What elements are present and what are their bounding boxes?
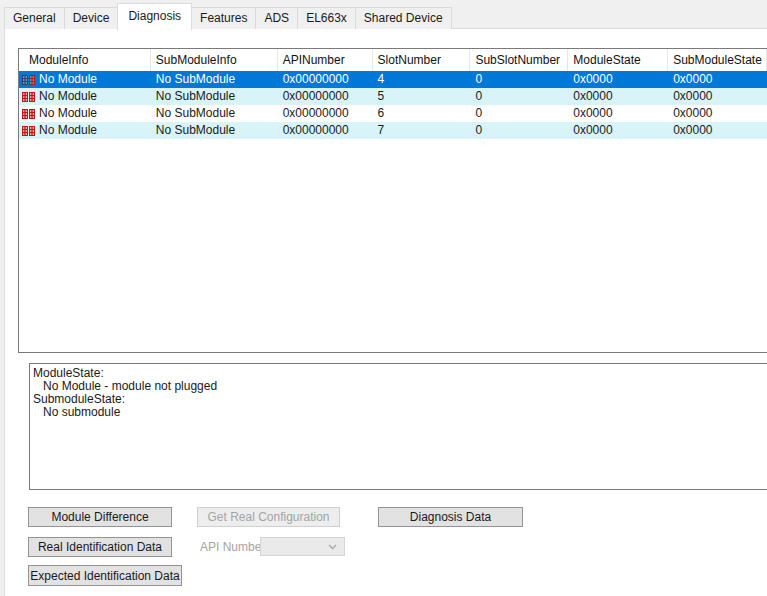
cell-slot-number: 7	[373, 122, 471, 139]
tab-shared-device[interactable]: Shared Device	[355, 7, 452, 29]
api-number-combobox	[260, 537, 345, 556]
chevron-down-icon	[328, 544, 337, 550]
state-line-submodule-state: SubmoduleState:	[33, 393, 767, 406]
cell-subslot-number: 0	[470, 122, 568, 139]
column-header-subslotnumber[interactable]: SubSlotNumber	[470, 49, 568, 71]
table-row-slot-6[interactable]: No Module No SubModule 0x00000000 6 0 0x…	[19, 105, 767, 122]
column-header-modulestate[interactable]: ModuleState	[568, 49, 668, 71]
cell-slot-number: 6	[373, 105, 471, 122]
cell-slot-number: 5	[373, 88, 471, 105]
cell-subslot-number: 0	[470, 105, 568, 122]
state-line-module-detail: No Module - module not plugged	[33, 380, 767, 393]
expected-identification-data-button[interactable]: Expected Identification Data	[28, 565, 182, 586]
cell-module-state: 0x0000	[568, 71, 668, 88]
column-header-submodulestate[interactable]: SubModuleState	[668, 49, 767, 71]
cell-module-info: No Module	[39, 105, 97, 122]
module-grid-icon	[22, 75, 35, 85]
cell-api-number: 0x00000000	[278, 122, 373, 139]
tab-features[interactable]: Features	[191, 7, 256, 29]
module-state-panel: ModuleState: No Module - module not plug…	[29, 363, 767, 490]
cell-api-number: 0x00000000	[278, 71, 373, 88]
cell-submodule-state: 0x0000	[668, 88, 767, 105]
table-header-row: ModuleInfo SubModuleInfo APINumber SlotN…	[19, 49, 767, 71]
cell-submodule-state: 0x0000	[668, 105, 767, 122]
column-header-apinumber[interactable]: APINumber	[278, 49, 373, 71]
cell-module-state: 0x0000	[568, 122, 668, 139]
module-grid-icon	[22, 109, 35, 119]
module-difference-button[interactable]: Module Difference	[28, 507, 172, 527]
cell-submodule-info: No SubModule	[151, 88, 278, 105]
state-line-submodule-detail: No submodule	[33, 406, 767, 419]
api-number-label: API Number	[200, 538, 265, 557]
tab-bar: General Device Diagnosis Features ADS EL…	[4, 2, 451, 29]
table-row-slot-5[interactable]: No Module No SubModule 0x00000000 5 0 0x…	[19, 88, 767, 105]
cell-module-state: 0x0000	[568, 88, 668, 105]
cell-api-number: 0x00000000	[278, 105, 373, 122]
cell-submodule-info: No SubModule	[151, 105, 278, 122]
table-row-slot-7[interactable]: No Module No SubModule 0x00000000 7 0 0x…	[19, 122, 767, 139]
tab-diagnosis[interactable]: Diagnosis	[117, 3, 192, 30]
module-diagnosis-table: ModuleInfo SubModuleInfo APINumber SlotN…	[18, 48, 767, 353]
cell-slot-number: 4	[373, 71, 471, 88]
column-header-moduleinfo[interactable]: ModuleInfo	[19, 49, 151, 71]
diagnosis-data-button[interactable]: Diagnosis Data	[378, 507, 523, 527]
column-header-slotnumber[interactable]: SlotNumber	[373, 49, 471, 71]
cell-submodule-state: 0x0000	[668, 122, 767, 139]
real-identification-data-button[interactable]: Real Identification Data	[28, 537, 172, 557]
cell-module-info: No Module	[39, 122, 97, 139]
cell-module-info: No Module	[39, 88, 97, 105]
cell-submodule-info: No SubModule	[151, 71, 278, 88]
table-row-slot-4[interactable]: No Module No SubModule 0x00000000 4 0 0x…	[19, 71, 767, 88]
cell-submodule-state: 0x0000	[668, 71, 767, 88]
column-header-submoduleinfo[interactable]: SubModuleInfo	[151, 49, 278, 71]
cell-module-info: No Module	[39, 71, 97, 88]
tab-device[interactable]: Device	[64, 7, 119, 29]
tab-el663x[interactable]: EL663x	[297, 7, 356, 29]
get-real-configuration-button: Get Real Configuration	[197, 507, 340, 527]
tab-ads[interactable]: ADS	[255, 7, 298, 29]
module-grid-icon	[22, 92, 35, 102]
cell-module-state: 0x0000	[568, 105, 668, 122]
tab-general[interactable]: General	[4, 7, 65, 29]
cell-subslot-number: 0	[470, 88, 568, 105]
cell-submodule-info: No SubModule	[151, 122, 278, 139]
cell-subslot-number: 0	[470, 71, 568, 88]
module-grid-icon	[22, 126, 35, 136]
cell-api-number: 0x00000000	[278, 88, 373, 105]
